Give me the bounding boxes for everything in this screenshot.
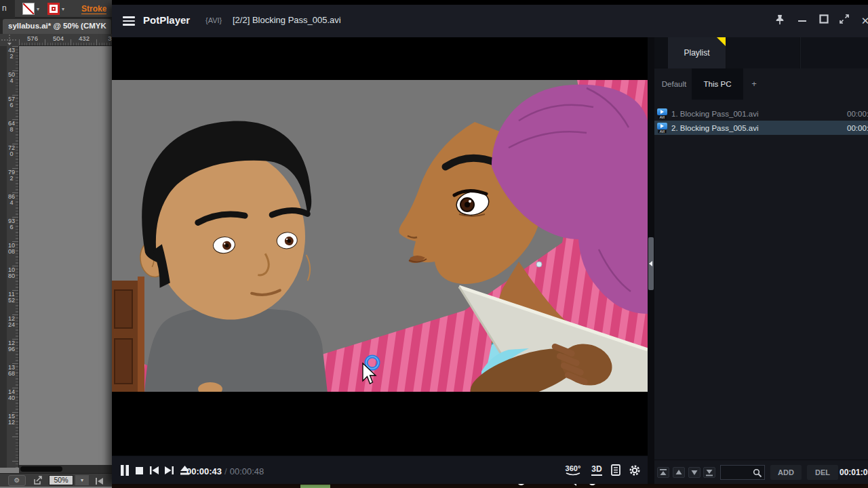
pin-on-top-button[interactable] <box>772 14 787 28</box>
tab-this-pc[interactable]: This PC <box>692 68 743 100</box>
desktop: n ▾ ▾ Stroke syllabus.ai* @ 50% (CMYK 57… <box>0 0 868 488</box>
hamburger-menu-icon[interactable] <box>123 16 135 26</box>
list-icon <box>611 464 621 476</box>
v-ruler-label: 648 <box>7 121 16 132</box>
add-playlist-tab-button[interactable]: + <box>745 68 764 100</box>
video-area[interactable] <box>112 37 648 484</box>
move-down-icon <box>689 468 700 477</box>
codec-badge: {AVI} <box>205 16 222 24</box>
move-top-icon <box>658 468 669 477</box>
pause-icon <box>120 465 130 476</box>
v-ruler-label: 1296 <box>7 340 16 352</box>
playlist-toggle-button[interactable] <box>611 464 622 476</box>
earring <box>536 262 542 267</box>
playlist-tab-bar: Playlist <box>654 37 868 68</box>
video-3d-button[interactable]: 3D <box>589 464 604 476</box>
horizontal-scrollbar[interactable] <box>19 465 112 473</box>
v-ruler-label: 1440 <box>7 389 16 401</box>
move-to-top-button[interactable] <box>657 467 669 478</box>
minimize-icon <box>798 20 806 22</box>
v-ruler-label: 864 <box>7 194 16 205</box>
tab-default[interactable]: Default <box>657 68 691 100</box>
search-icon <box>753 468 762 478</box>
chevron-down-icon[interactable]: ▾ <box>62 6 64 12</box>
fullscreen-button[interactable] <box>837 14 852 28</box>
playlist-total-time: 00:01:05 <box>840 468 868 477</box>
stroke-swatch-inner <box>52 7 56 11</box>
illustrator-options-bar: n ▾ ▾ Stroke <box>0 0 112 18</box>
delete-button[interactable]: DEL <box>807 465 838 480</box>
file-title: [2/2] Blocking Pass_005.avi <box>233 15 341 25</box>
background-artwork-fragment <box>300 485 330 488</box>
v-ruler-label: 936 <box>7 218 16 230</box>
pin-icon <box>774 14 785 26</box>
avi-file-icon: AVI <box>657 108 667 119</box>
move-bottom-icon <box>704 468 715 477</box>
playlist-item-name: 2. Blocking Pass_005.avi <box>671 124 847 132</box>
wooden-door <box>112 277 144 392</box>
document-tab[interactable]: syllabus.ai* @ 50% (CMYK <box>3 19 111 34</box>
playlist-item-duration: 00:00:48 <box>847 124 868 132</box>
v-ruler-label: 1368 <box>7 365 16 376</box>
active-tab-corner-marker <box>717 37 726 46</box>
fill-none-swatch[interactable] <box>22 3 35 15</box>
zoom-dropdown-button[interactable]: ▾ <box>75 475 89 485</box>
crosshair-icon <box>0 34 19 46</box>
v-ruler-label: 1080 <box>7 267 16 279</box>
playlist-subtab-bar: Default This PC + <box>654 68 868 100</box>
stroke-link[interactable]: Stroke <box>81 4 106 14</box>
chevron-down-icon[interactable]: ▾ <box>37 6 39 12</box>
add-button[interactable]: ADD <box>770 465 802 480</box>
avi-file-icon: AVI <box>657 123 667 134</box>
h-ruler-label: 504 <box>50 35 66 42</box>
playlist-row[interactable]: AVI 2. Blocking Pass_005.avi 00:00:48 <box>654 121 868 135</box>
tab-playlist[interactable]: Playlist <box>668 37 726 68</box>
stop-button[interactable] <box>135 465 147 476</box>
ruler-origin <box>0 34 19 46</box>
zoom-level-field[interactable]: 50% <box>49 475 73 485</box>
h-ruler-label: 432 <box>76 35 92 42</box>
move-down-button[interactable] <box>688 467 701 478</box>
panel-divider <box>648 37 654 484</box>
move-up-button[interactable] <box>673 467 685 478</box>
potplayer-window: PotPlayer {AVI} [2/2] Blocking Pass_005.… <box>112 5 868 484</box>
playlist-row[interactable]: AVI 1. Blocking Pass_001.avi 00:00:17 <box>654 106 868 121</box>
fullscreen-icon <box>839 14 850 24</box>
export-icon[interactable] <box>33 475 45 486</box>
video-frame[interactable] <box>112 80 648 392</box>
first-artboard-button[interactable] <box>94 476 106 485</box>
video-360-button[interactable]: 360° <box>563 464 583 476</box>
video-scene <box>112 80 648 392</box>
h-ruler-label: 576 <box>24 35 41 42</box>
pause-button[interactable] <box>120 465 132 476</box>
skip-forward-icon <box>164 465 174 476</box>
v-ruler-label: 504 <box>7 72 16 83</box>
maximize-button[interactable] <box>816 14 831 28</box>
gear-icon <box>629 464 641 476</box>
close-button[interactable]: ✕ <box>858 14 868 28</box>
move-to-bottom-button[interactable] <box>703 467 715 478</box>
title-bar: PotPlayer {AVI} [2/2] Blocking Pass_005.… <box>112 5 868 37</box>
playlist-panel: Playlist Default This PC + AVI 1. Blocki… <box>654 37 868 484</box>
playlist-search-box[interactable] <box>720 465 765 480</box>
menu-text-fragment: n <box>0 0 15 18</box>
pasteboard[interactable] <box>19 46 112 465</box>
settings-button[interactable] <box>629 464 641 476</box>
toolbar-edge-strip <box>0 46 7 468</box>
time-current: 00:00:43 <box>186 466 222 476</box>
v-ruler-label: 576 <box>7 96 16 108</box>
previous-button[interactable] <box>149 465 161 476</box>
app-title: PotPlayer <box>143 14 190 26</box>
stroke-swatch[interactable] <box>47 3 60 15</box>
scrollbar-thumb[interactable] <box>20 466 62 472</box>
minimize-button[interactable] <box>795 14 810 28</box>
status-bar: ⚙ 50% ▾ <box>0 473 112 487</box>
move-up-icon <box>673 468 684 477</box>
vertical-ruler: 4325045766487207928649361008108011521224… <box>7 46 19 468</box>
skip-first-icon <box>94 477 105 485</box>
next-button[interactable] <box>164 465 176 476</box>
stop-icon <box>135 465 144 476</box>
workspace-gear-icon[interactable]: ⚙ <box>8 475 26 486</box>
document-tab-bar: syllabus.ai* @ 50% (CMYK <box>0 18 112 34</box>
playlist-collapse-handle[interactable] <box>648 237 654 290</box>
